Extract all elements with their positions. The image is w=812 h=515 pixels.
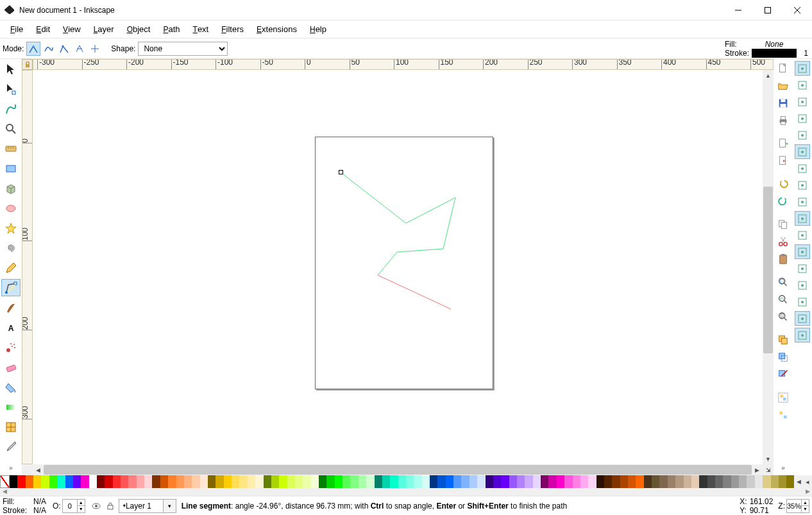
zoom-selection-button[interactable] xyxy=(775,274,791,290)
palette-swatch[interactable] xyxy=(596,475,604,488)
palette-swatch[interactable] xyxy=(533,475,541,488)
palette-swatch[interactable] xyxy=(557,475,564,488)
redo-button[interactable] xyxy=(775,194,791,209)
palette-swatch[interactable] xyxy=(97,475,105,488)
mode-bspline-button[interactable] xyxy=(57,42,71,56)
palette-swatch[interactable] xyxy=(192,475,199,488)
mode-paraxial-button[interactable] xyxy=(72,42,87,56)
palette-swatch[interactable] xyxy=(573,475,580,488)
group-button[interactable] xyxy=(775,390,791,405)
palette-swatch[interactable] xyxy=(113,475,121,488)
horizontal-scrollbar[interactable]: ◀ ▶ xyxy=(33,464,763,475)
palette-swatch[interactable] xyxy=(168,475,176,488)
palette-swatch[interactable] xyxy=(57,475,65,488)
opacity-spinner[interactable]: ▲▼ xyxy=(62,499,85,513)
palette-swatch[interactable] xyxy=(541,475,548,488)
palette-swatch[interactable] xyxy=(493,475,501,488)
palette-swatch[interactable] xyxy=(715,475,723,488)
menu-path[interactable]: Path xyxy=(156,22,186,37)
palette-swatch[interactable] xyxy=(684,475,691,488)
duplicate-button[interactable] xyxy=(775,332,791,348)
eraser-tool[interactable] xyxy=(1,359,21,376)
path-start-node[interactable] xyxy=(339,170,343,174)
no-color-swatch[interactable] xyxy=(0,475,10,488)
palette-swatch[interactable] xyxy=(390,475,398,488)
palette-scroll-left-icon[interactable]: ◀ xyxy=(794,475,803,488)
palette-swatch[interactable] xyxy=(343,475,350,488)
bucket-tool[interactable] xyxy=(1,378,21,396)
palette-swatch[interactable] xyxy=(659,475,667,488)
text-tool[interactable]: A xyxy=(1,319,21,336)
snap-enable-button[interactable] xyxy=(795,61,810,76)
palette-swatch[interactable] xyxy=(184,475,192,488)
palette-menu-icon[interactable]: ◂ xyxy=(803,475,812,488)
maximize-button[interactable] xyxy=(753,0,782,21)
rectangle-tool[interactable] xyxy=(1,160,21,177)
cut-button[interactable] xyxy=(775,234,791,249)
palette-swatch[interactable] xyxy=(612,475,620,488)
palette-swatch[interactable] xyxy=(469,475,477,488)
palette-swatch[interactable] xyxy=(588,475,596,488)
palette-swatch[interactable] xyxy=(216,475,223,488)
layer-lock-icon[interactable] xyxy=(105,500,116,512)
palette-swatch[interactable] xyxy=(224,475,232,488)
spiral-tool[interactable] xyxy=(1,239,21,257)
palette-swatch[interactable] xyxy=(604,475,612,488)
palette-swatch[interactable] xyxy=(264,475,271,488)
print-button[interactable] xyxy=(775,113,791,128)
menu-help[interactable]: Help xyxy=(303,22,333,37)
palette-swatch[interactable] xyxy=(279,475,287,488)
palette-swatch[interactable] xyxy=(636,475,643,488)
measure-tool[interactable] xyxy=(1,140,21,157)
palette-swatch[interactable] xyxy=(501,475,509,488)
copy-button[interactable] xyxy=(775,217,791,232)
zspin-down-icon[interactable]: ▼ xyxy=(801,506,809,512)
snap-bbox-button[interactable] xyxy=(795,78,810,92)
palette-swatch[interactable] xyxy=(287,475,295,488)
palette-swatch[interactable] xyxy=(699,475,707,488)
palette-swatch[interactable] xyxy=(326,475,334,488)
commands-overflow-icon[interactable]: » xyxy=(781,464,785,471)
vscroll-thumb[interactable] xyxy=(763,187,773,353)
zspin-up-icon[interactable]: ▲ xyxy=(801,500,809,507)
horizontal-ruler[interactable]: -300-250-200-150-100-5005010015020025030… xyxy=(33,59,774,70)
zoom-drawing-button[interactable] xyxy=(775,292,791,307)
palette-swatch[interactable] xyxy=(366,475,374,488)
palette-swatch[interactable] xyxy=(580,475,588,488)
snap-guide-button[interactable] xyxy=(795,328,810,342)
palette-swatch[interactable] xyxy=(137,475,144,488)
layer-visible-icon[interactable] xyxy=(90,500,102,512)
palette-swatch[interactable] xyxy=(414,475,421,488)
palette-swatch[interactable] xyxy=(486,475,493,488)
palette-swatch[interactable] xyxy=(121,475,128,488)
snap-cusp-button[interactable] xyxy=(795,194,810,209)
zoom-page-button[interactable] xyxy=(775,309,791,325)
palette-swatch[interactable] xyxy=(335,475,343,488)
zoom-spinner[interactable]: ▲▼ xyxy=(786,499,809,513)
palette-swatch[interactable] xyxy=(350,475,358,488)
menu-edit[interactable]: Edit xyxy=(30,22,56,37)
palette-swatch[interactable] xyxy=(375,475,382,488)
palette-swatch[interactable] xyxy=(160,475,168,488)
menu-extensions[interactable]: Extensions xyxy=(250,22,303,37)
new-button[interactable] xyxy=(775,61,791,76)
palette-swatch[interactable] xyxy=(644,475,652,488)
palette-swatch[interactable] xyxy=(786,475,794,488)
mode-straight-button[interactable] xyxy=(88,42,102,56)
save-button[interactable] xyxy=(775,96,791,111)
status-fill-value[interactable]: N/A xyxy=(33,497,46,506)
palette-swatch[interactable] xyxy=(453,475,461,488)
palette-swatch[interactable] xyxy=(382,475,390,488)
palette-swatch[interactable] xyxy=(755,475,763,488)
palette-swatch[interactable] xyxy=(731,475,739,488)
toolbox-overflow-icon[interactable]: » xyxy=(9,464,13,471)
palette-swatch[interactable] xyxy=(675,475,683,488)
palette-swatch[interactable] xyxy=(509,475,517,488)
scroll-down-icon[interactable]: ▼ xyxy=(763,453,774,464)
canvas[interactable] xyxy=(33,70,763,464)
snap-text-button[interactable] xyxy=(795,278,810,292)
spin-up-icon[interactable]: ▲ xyxy=(77,500,85,507)
pencil-tool[interactable] xyxy=(1,259,21,276)
palette-swatch[interactable] xyxy=(65,475,73,488)
menu-object[interactable]: Object xyxy=(121,22,157,37)
